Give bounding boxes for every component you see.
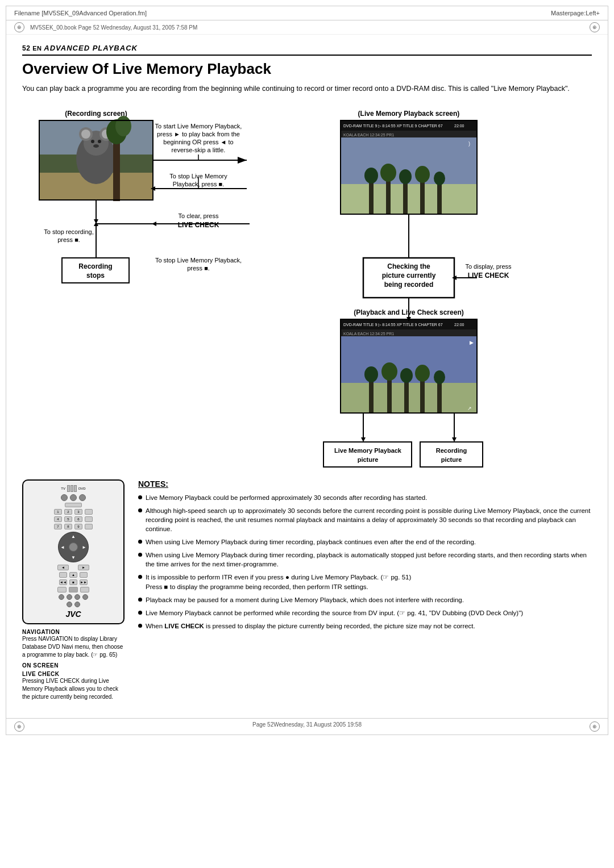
bookinfo-label: MV5SEK_00.book Page 52 Wednesday, August… bbox=[30, 24, 197, 31]
tv-dvd-selector: TV DVD bbox=[61, 485, 85, 492]
remote-btn-2[interactable] bbox=[70, 494, 77, 501]
remote-btn-nav-b[interactable]: ► bbox=[78, 565, 89, 570]
svg-text:(Live Memory Playback screen): (Live Memory Playback screen) bbox=[358, 110, 460, 118]
remote-row-3: 1 2 3 bbox=[28, 509, 119, 515]
svg-rect-44 bbox=[403, 180, 408, 214]
remote-btn-6-num[interactable]: 6 bbox=[74, 516, 82, 522]
remote-row-7: ▲ bbox=[28, 572, 119, 578]
sub-bar: ⊕ MV5SEK_00.book Page 52 Wednesday, Augu… bbox=[6, 20, 608, 35]
svg-text:To stop recording,: To stop recording, bbox=[44, 228, 93, 235]
remote-btn-6[interactable] bbox=[85, 516, 93, 522]
note-item-8: When LIVE CHECK is pressed to display th… bbox=[138, 621, 592, 631]
svg-rect-109 bbox=[420, 442, 483, 467]
remote-btn-round-5[interactable] bbox=[67, 602, 72, 607]
svg-point-41 bbox=[364, 168, 378, 183]
svg-text:press ■.: press ■. bbox=[57, 236, 80, 243]
remote-btn-stop[interactable]: ■ bbox=[69, 579, 77, 585]
remote-row-11 bbox=[28, 602, 119, 607]
note-text-6: Playback may be paused for a moment duri… bbox=[146, 595, 592, 604]
svg-text:Live Memory Playback: Live Memory Playback bbox=[334, 447, 402, 454]
diagram-area: (Recording screen) bbox=[22, 105, 592, 474]
navigation-disc[interactable]: ▲ ▼ ◄ ► bbox=[58, 532, 89, 562]
remote-btn-8-num[interactable]: 8 bbox=[64, 524, 72, 529]
top-bar: Filename [MV5SEK_09Advanced Operation.fm… bbox=[6, 6, 608, 20]
svg-text:picture: picture bbox=[358, 456, 379, 463]
jvc-logo: JVC bbox=[28, 610, 119, 619]
remote-btn-4-num[interactable]: 4 bbox=[54, 516, 62, 522]
svg-point-90 bbox=[381, 362, 397, 381]
svg-text:picture: picture bbox=[441, 456, 462, 463]
note-text-3: When using Live Memory Playback during t… bbox=[146, 537, 592, 546]
notes-title: NOTES: bbox=[138, 479, 592, 489]
remote-btn-5[interactable] bbox=[85, 509, 93, 515]
note-text-1: Live Memory Playback could be performed … bbox=[146, 493, 592, 502]
remote-annotation-onscreen: ON SCREEN bbox=[22, 662, 125, 669]
svg-text:being recorded: being recorded bbox=[384, 281, 434, 289]
remote-btn-e[interactable] bbox=[57, 587, 67, 592]
svg-marker-105 bbox=[452, 437, 457, 442]
remote-btn-7-num[interactable]: 7 bbox=[54, 524, 62, 529]
note-bullet-2 bbox=[138, 508, 142, 512]
remote-row-8: ◄◄ ■ ►► bbox=[28, 579, 119, 585]
intro-text: You can play back a programme you are re… bbox=[22, 84, 592, 94]
note-item-4: When using Live Memory Playback during t… bbox=[138, 550, 592, 569]
remote-btn-round-6[interactable] bbox=[74, 602, 80, 607]
note-item-7: Live Memory Playback cannot be performed… bbox=[138, 608, 592, 617]
svg-text:picture currently: picture currently bbox=[382, 272, 436, 279]
note-item-3: When using Live Memory Playback during t… bbox=[138, 537, 592, 546]
remote-btn-4[interactable] bbox=[65, 503, 82, 507]
remote-btn-f[interactable] bbox=[80, 587, 89, 592]
remote-btn-power[interactable] bbox=[61, 494, 68, 501]
corner-mark-tl: ⊕ bbox=[14, 22, 24, 32]
remote-btn-up[interactable]: ▲ bbox=[69, 572, 77, 578]
svg-text:22:00: 22:00 bbox=[454, 323, 464, 327]
svg-point-92 bbox=[400, 368, 413, 383]
svg-text:(Recording screen): (Recording screen) bbox=[65, 110, 127, 118]
page-title: Overview Of Live Memory Playback bbox=[22, 60, 592, 78]
remote-btn-round-3[interactable] bbox=[74, 594, 80, 600]
remote-row-nav: ▲ ▼ ◄ ► bbox=[28, 532, 119, 562]
remote-row-2 bbox=[28, 503, 119, 507]
remote-btn-5-num[interactable]: 5 bbox=[64, 516, 72, 522]
remote-row-4: 4 5 6 bbox=[28, 516, 119, 522]
remote-btn-ff[interactable]: ►► bbox=[80, 579, 88, 585]
remote-annotation-nav: NAVIGATION Press NAVIGATION to display L… bbox=[22, 629, 125, 659]
remote-row-1 bbox=[28, 494, 119, 501]
corner-mark-br: ⊕ bbox=[590, 721, 600, 732]
svg-text:): ) bbox=[468, 141, 470, 147]
note-item-6: Playback may be paused for a moment duri… bbox=[138, 595, 592, 604]
page-info: Page 52Wednesday, 31 August 2005 19:58 bbox=[252, 721, 362, 732]
live-check-title: LIVE CHECK bbox=[22, 671, 125, 677]
remote-btn-d[interactable] bbox=[80, 572, 88, 578]
note-bullet-7 bbox=[138, 611, 142, 615]
note-bullet-8 bbox=[138, 624, 142, 628]
remote-btn-nav-a[interactable]: ◄ bbox=[57, 565, 69, 570]
remote-btn-round-2[interactable] bbox=[67, 594, 72, 600]
masterpage-label: Masterpage:Left+ bbox=[551, 10, 600, 16]
svg-text:22:00: 22:00 bbox=[454, 124, 464, 128]
remote-btn-1-num[interactable]: 1 bbox=[54, 509, 62, 515]
page-border: Filename [MV5SEK_09Advanced Operation.fm… bbox=[6, 6, 608, 735]
remote-btn-round-4[interactable] bbox=[82, 594, 88, 600]
svg-point-43 bbox=[380, 164, 396, 182]
svg-text:beginning OR press ◄ to: beginning OR press ◄ to bbox=[163, 139, 233, 145]
remote-btn-9-num[interactable]: 9 bbox=[74, 524, 82, 529]
remote-control: TV DVD bbox=[22, 479, 125, 624]
main-content: 52 EN ADVANCED PLAYBACK Overview Of Live… bbox=[6, 35, 608, 712]
remote-btn-round-1[interactable] bbox=[59, 594, 64, 600]
svg-text:To stop Live Memory Playback,: To stop Live Memory Playback, bbox=[155, 257, 242, 264]
remote-btn-7[interactable] bbox=[85, 524, 93, 529]
svg-point-15 bbox=[93, 144, 99, 148]
page-header: 52 EN ADVANCED PLAYBACK bbox=[22, 44, 592, 56]
note-text-5: It is impossible to perform ITR even if … bbox=[146, 573, 592, 591]
flow-diagram: (Recording screen) bbox=[22, 105, 585, 468]
remote-btn-live-check[interactable] bbox=[69, 587, 78, 592]
remote-annotation-livecheck: LIVE CHECK Pressing LIVE CHECK during Li… bbox=[22, 671, 125, 701]
remote-btn-rw[interactable]: ◄◄ bbox=[59, 579, 67, 585]
remote-btn-3[interactable] bbox=[79, 494, 86, 501]
remote-btn-c[interactable] bbox=[59, 572, 67, 578]
remote-btn-2-num[interactable]: 2 bbox=[64, 509, 72, 515]
svg-text:Recording: Recording bbox=[436, 447, 467, 454]
remote-btn-3-num[interactable]: 3 bbox=[74, 509, 82, 515]
corner-mark-bl: ⊕ bbox=[14, 721, 24, 732]
